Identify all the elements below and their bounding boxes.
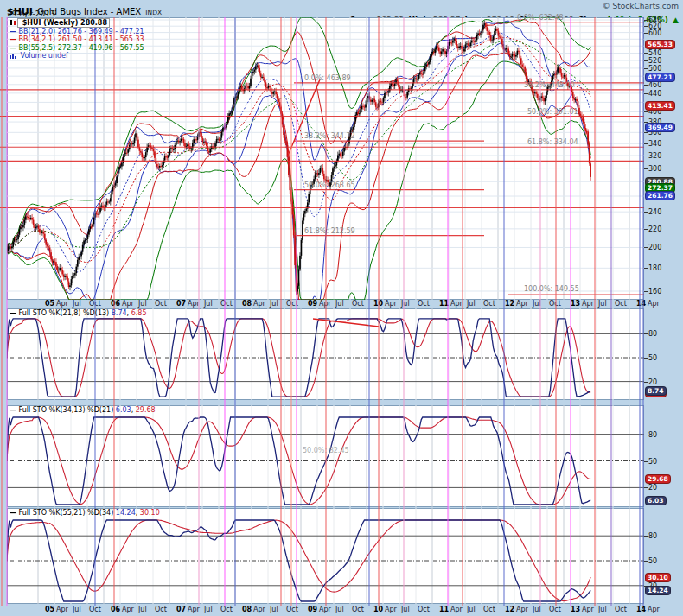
panel-y-tickmark [644, 561, 648, 562]
fib-retracement-label: 61.8%: 334.04 [527, 138, 578, 146]
x-axis-month-label: Oct [418, 606, 430, 613]
x-axis-month-label: Jul [467, 300, 476, 308]
legend-label: $HUI (Weekly) 280.88 [17, 18, 110, 28]
x-axis-month-label: Jul [533, 606, 541, 613]
line-icon: — [10, 406, 16, 414]
x-axis-month-label: Jul [270, 606, 278, 613]
panel-y-tickmark [644, 536, 648, 537]
x-axis-month-label: Oct [352, 300, 364, 308]
legend-label: BB(55,2.5) 272.37 - 419.96 - 567.55 [16, 44, 144, 52]
stochastic-d-badge: 30.10 [645, 573, 671, 582]
y-axis-tickmark [644, 26, 648, 27]
x-axis-month-label: Apr [385, 300, 397, 308]
y-axis-tick: 460 [648, 81, 661, 89]
panel-y-tickmark [644, 382, 648, 383]
x-axis-year-label: 11 [439, 606, 449, 613]
x-axis-year-label: 05 [45, 300, 54, 308]
y-axis-tickmark [644, 85, 648, 86]
price-badge: 477.21 [645, 73, 675, 82]
x-axis-month-label: Apr [253, 606, 265, 613]
volume-icon [10, 52, 18, 60]
y-axis-tickmark [644, 212, 648, 213]
exchange-label: INDX [145, 9, 162, 16]
stochastic-k-value: 6.03 [116, 406, 131, 414]
x-axis-month-label: Apr [648, 300, 660, 308]
y-axis-tick: 200 [648, 244, 661, 251]
x-axis-month-label: Jul [401, 606, 410, 613]
fib-retracement-label: 38.2%: 344.72 [304, 132, 355, 140]
legend-item: — BB(55,2.5) 272.37 - 419.96 - 567.55 [10, 44, 144, 53]
x-axis-year-label: 12 [505, 300, 514, 308]
stochastic-legend-label: Full STO %K(34,13) %D(21) [19, 406, 114, 414]
y-axis-tick: 320 [648, 152, 661, 160]
price-badge: 413.41 [645, 101, 675, 111]
price-badge: 261.76 [645, 191, 675, 200]
x-axis-strip: 05AprJulOct06AprJulOct07AprJulOct08AprJu… [0, 606, 683, 615]
x-axis-month-label: Jul [335, 300, 344, 308]
x-axis-month-label: Apr [385, 606, 397, 613]
x-axis-year-label: 06 [111, 300, 120, 308]
y-axis-tick: 340 [648, 140, 661, 148]
panel-y-tick: 50 [648, 557, 657, 565]
legend-item: Volume undef [10, 52, 144, 60]
x-axis-month-label: Apr [122, 606, 134, 613]
x-axis-month-label: Apr [450, 300, 463, 308]
x-axis-month-label: Apr [188, 300, 200, 308]
panel-y-tickmark [644, 358, 648, 359]
x-axis-month-label: Oct [155, 300, 167, 308]
x-axis-month-label: Jul [138, 300, 147, 308]
panel-y-tick: 20 [648, 484, 657, 492]
panel-y-tickmark [644, 435, 648, 435]
x-axis-year-label: 08 [242, 300, 252, 308]
y-axis-tick: 520 [648, 57, 661, 65]
x-axis-year-label: 10 [373, 300, 383, 308]
x-axis-month-label: Apr [516, 300, 528, 308]
legend-label: BB(34,2.1) 261.50 - 413.41 - 565.33 [16, 35, 144, 43]
stochastic-d-value: 29.68 [136, 406, 156, 414]
x-axis-month-label: Oct [155, 606, 167, 613]
legend-item: — BB(21,2.0) 261.76 - 369.49 - 477.21 [10, 28, 144, 36]
x-axis-month-label: Apr [450, 606, 463, 613]
x-axis-month-label: Apr [516, 606, 528, 613]
panel-y-tick: 80 [648, 532, 657, 540]
y-axis-tickmark [644, 132, 648, 133]
x-axis-month-label: Apr [253, 300, 265, 308]
up-arrow-icon: ▲ [673, 16, 679, 24]
panel-y-tickmark [644, 487, 648, 488]
stochastic-plot-3 [7, 508, 644, 604]
stochastic-k-badge: 6.03 [645, 496, 667, 505]
x-axis-year-label: 14 [636, 300, 646, 308]
stochastic-legend: — Full STO %K(34,13) %D(21) 6.03, 29.68 [10, 406, 156, 415]
x-axis-month-label: Oct [483, 606, 495, 613]
fib-retracement-label: 0.0%: 463.89 [304, 74, 351, 82]
stochastic-d-badge: 29.68 [645, 474, 671, 484]
legend-item: $HUI (Weekly) 280.88 [10, 19, 144, 28]
stochastic-plot-2 [7, 405, 644, 507]
x-axis-month-label: Apr [56, 606, 68, 613]
stockcharts-weekly-chart: $HUI Gold Bugs Index - AMEX INDX © Stock… [0, 0, 683, 616]
legend-item: — BB(34,2.1) 261.50 - 413.41 - 565.33 [10, 35, 144, 44]
panel-y-tickmark [644, 461, 648, 462]
x-axis-year-label: 09 [308, 300, 317, 308]
x-axis-month-label: Jul [598, 606, 607, 613]
y-axis-tick: 180 [648, 264, 661, 272]
stochastic-d-value: 30.10 [140, 509, 160, 517]
y-axis-tick: 160 [648, 288, 661, 295]
x-axis-month-label: Oct [286, 606, 298, 613]
line-icon: — [10, 35, 16, 43]
x-axis-month-label: Oct [352, 606, 364, 613]
y-axis-tickmark [644, 291, 648, 292]
x-axis-month-label: Apr [122, 300, 134, 308]
y-axis-tickmark [644, 156, 648, 156]
panel-y-tick: 50 [648, 458, 657, 466]
y-axis-tick: 600 [648, 29, 661, 37]
line-icon: — [10, 309, 16, 317]
panel-y-tick: 50 [648, 354, 657, 362]
x-axis-month-label: Apr [582, 300, 594, 308]
x-axis-month-label: Apr [582, 606, 594, 613]
y-axis-tickmark [644, 143, 648, 144]
x-axis-month-label: Oct [549, 606, 561, 613]
x-axis-month-label: Jul [73, 606, 81, 613]
y-axis-tickmark [644, 53, 648, 54]
y-axis-tick: 220 [648, 225, 661, 233]
